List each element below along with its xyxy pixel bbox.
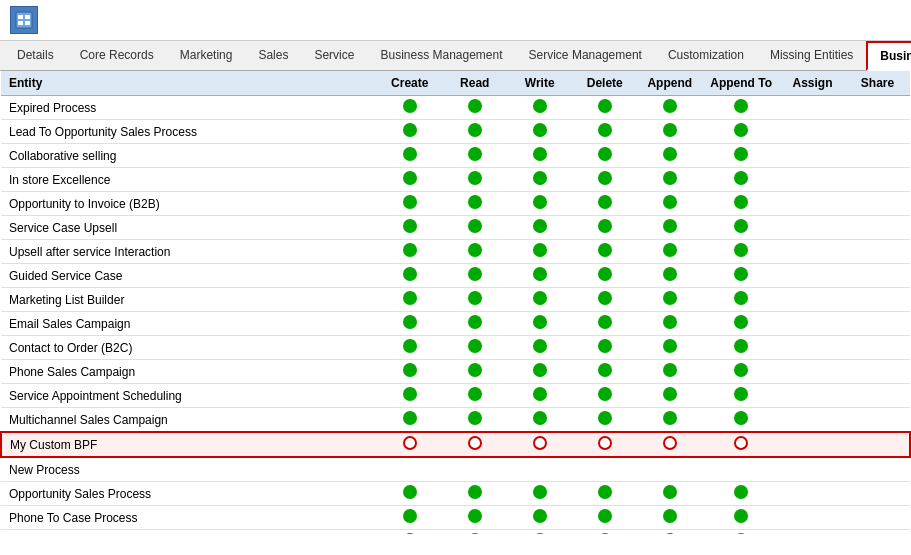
perm-share[interactable]: [845, 168, 910, 192]
perm-write[interactable]: [507, 240, 572, 264]
perm-write[interactable]: [507, 530, 572, 535]
perm-create[interactable]: [377, 482, 442, 506]
perm-delete[interactable]: [572, 288, 637, 312]
tab-business-management[interactable]: Business Management: [367, 41, 515, 70]
perm-create[interactable]: [377, 408, 442, 433]
perm-append[interactable]: [637, 96, 702, 120]
perm-append[interactable]: [637, 192, 702, 216]
perm-write[interactable]: [507, 312, 572, 336]
perm-share[interactable]: [845, 384, 910, 408]
perm-assign[interactable]: [780, 216, 845, 240]
perm-read[interactable]: [442, 506, 507, 530]
tab-marketing[interactable]: Marketing: [167, 41, 246, 70]
perm-read[interactable]: [442, 457, 507, 482]
tab-service[interactable]: Service: [301, 41, 367, 70]
tab-core-records[interactable]: Core Records: [67, 41, 167, 70]
perm-append[interactable]: [637, 408, 702, 433]
perm-read[interactable]: [442, 240, 507, 264]
perm-share[interactable]: [845, 264, 910, 288]
perm-assign[interactable]: [780, 408, 845, 433]
perm-delete[interactable]: [572, 506, 637, 530]
perm-share[interactable]: [845, 457, 910, 482]
perm-create[interactable]: [377, 240, 442, 264]
perm-delete[interactable]: [572, 120, 637, 144]
perm-delete[interactable]: [572, 384, 637, 408]
perm-write[interactable]: [507, 432, 572, 457]
perm-read[interactable]: [442, 96, 507, 120]
perm-share[interactable]: [845, 482, 910, 506]
perm-append[interactable]: [637, 144, 702, 168]
tab-business-process-flows[interactable]: Business Process Flows: [866, 41, 911, 71]
perm-appendTo[interactable]: [702, 144, 780, 168]
perm-append[interactable]: [637, 457, 702, 482]
perm-create[interactable]: [377, 168, 442, 192]
perm-create[interactable]: [377, 192, 442, 216]
perm-delete[interactable]: [572, 264, 637, 288]
perm-delete[interactable]: [572, 192, 637, 216]
perm-appendTo[interactable]: [702, 457, 780, 482]
perm-write[interactable]: [507, 360, 572, 384]
perm-write[interactable]: [507, 192, 572, 216]
perm-write[interactable]: [507, 408, 572, 433]
perm-assign[interactable]: [780, 506, 845, 530]
perm-create[interactable]: [377, 264, 442, 288]
perm-assign[interactable]: [780, 168, 845, 192]
tab-sales[interactable]: Sales: [245, 41, 301, 70]
perm-delete[interactable]: [572, 144, 637, 168]
perm-share[interactable]: [845, 288, 910, 312]
perm-create[interactable]: [377, 530, 442, 535]
perm-read[interactable]: [442, 120, 507, 144]
perm-read[interactable]: [442, 288, 507, 312]
perm-delete[interactable]: [572, 457, 637, 482]
tab-missing-entities[interactable]: Missing Entities: [757, 41, 866, 70]
tab-service-management[interactable]: Service Management: [516, 41, 655, 70]
perm-appendTo[interactable]: [702, 506, 780, 530]
perm-create[interactable]: [377, 384, 442, 408]
perm-appendTo[interactable]: [702, 408, 780, 433]
perm-append[interactable]: [637, 530, 702, 535]
perm-assign[interactable]: [780, 482, 845, 506]
perm-delete[interactable]: [572, 312, 637, 336]
perm-write[interactable]: [507, 96, 572, 120]
perm-create[interactable]: [377, 144, 442, 168]
perm-read[interactable]: [442, 312, 507, 336]
perm-append[interactable]: [637, 432, 702, 457]
perm-append[interactable]: [637, 384, 702, 408]
perm-share[interactable]: [845, 144, 910, 168]
perm-delete[interactable]: [572, 432, 637, 457]
perm-assign[interactable]: [780, 264, 845, 288]
perm-read[interactable]: [442, 530, 507, 535]
perm-append[interactable]: [637, 312, 702, 336]
perm-create[interactable]: [377, 288, 442, 312]
perm-share[interactable]: [845, 96, 910, 120]
perm-read[interactable]: [442, 192, 507, 216]
perm-create[interactable]: [377, 216, 442, 240]
perm-delete[interactable]: [572, 360, 637, 384]
perm-appendTo[interactable]: [702, 312, 780, 336]
tab-details[interactable]: Details: [4, 41, 67, 70]
perm-assign[interactable]: [780, 120, 845, 144]
perm-read[interactable]: [442, 336, 507, 360]
perm-write[interactable]: [507, 336, 572, 360]
perm-assign[interactable]: [780, 240, 845, 264]
perm-appendTo[interactable]: [702, 288, 780, 312]
perm-write[interactable]: [507, 384, 572, 408]
perm-create[interactable]: [377, 336, 442, 360]
perm-share[interactable]: [845, 240, 910, 264]
perm-assign[interactable]: [780, 432, 845, 457]
perm-assign[interactable]: [780, 384, 845, 408]
perm-appendTo[interactable]: [702, 384, 780, 408]
perm-assign[interactable]: [780, 96, 845, 120]
perm-assign[interactable]: [780, 457, 845, 482]
perm-appendTo[interactable]: [702, 120, 780, 144]
perm-assign[interactable]: [780, 530, 845, 535]
perm-read[interactable]: [442, 482, 507, 506]
tab-customization[interactable]: Customization: [655, 41, 757, 70]
perm-write[interactable]: [507, 288, 572, 312]
perm-delete[interactable]: [572, 408, 637, 433]
perm-delete[interactable]: [572, 216, 637, 240]
perm-appendTo[interactable]: [702, 482, 780, 506]
perm-appendTo[interactable]: [702, 168, 780, 192]
perm-assign[interactable]: [780, 288, 845, 312]
perm-append[interactable]: [637, 288, 702, 312]
